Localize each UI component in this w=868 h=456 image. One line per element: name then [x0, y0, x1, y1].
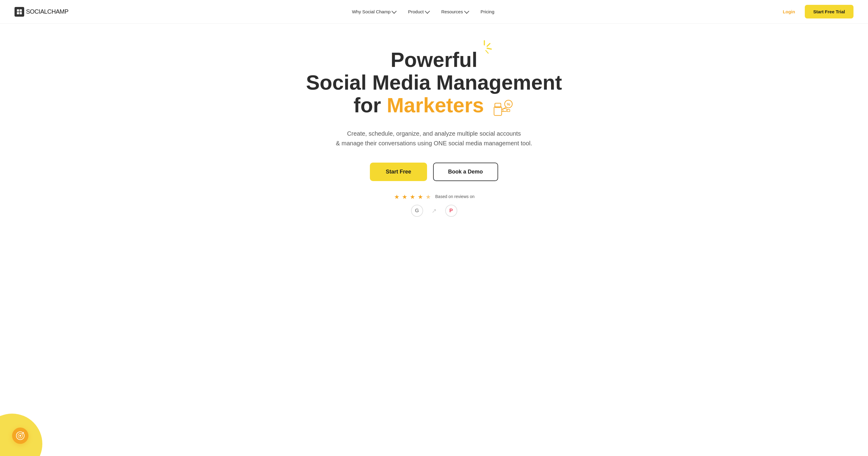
subtitle-line2: & manage their conversations using ONE s… — [336, 140, 532, 147]
google-review-icon: G — [411, 205, 423, 217]
title-marketers: Marketers — [387, 93, 484, 117]
chevron-down-icon-2 — [425, 9, 430, 14]
title-for: for — [353, 93, 387, 117]
review-text: Based on reviews on — [435, 194, 474, 199]
svg-text:%: % — [507, 102, 510, 107]
star-1: ★ — [394, 193, 400, 200]
nav-link-why[interactable]: Why Social Champ — [347, 7, 401, 17]
nav-label-resources: Resources — [441, 9, 463, 14]
logo-brand-bold: SOCIAL — [26, 8, 47, 15]
star-2: ★ — [401, 193, 408, 200]
subtitle-line1: Create, schedule, organize, and analyze … — [347, 130, 521, 137]
chevron-down-icon — [392, 9, 397, 14]
start-trial-button[interactable]: Start Free Trial — [805, 5, 854, 19]
book-demo-button[interactable]: Book a Demo — [433, 163, 498, 181]
svg-point-18 — [19, 435, 21, 437]
producthunt-review-icon: P — [445, 205, 457, 217]
title-social-media-management: Social Media Management — [306, 71, 562, 94]
title-powerful: Powerful — [391, 48, 477, 71]
svg-rect-2 — [17, 12, 19, 14]
star-rating: ★ ★ ★ ★ ★ — [394, 193, 432, 200]
login-button[interactable]: Login — [778, 7, 800, 17]
review-row: ★ ★ ★ ★ ★ Based on reviews on — [394, 193, 474, 200]
nav-item-pricing: Pricing — [476, 7, 499, 17]
platform-arrow-icon: ↗ — [432, 207, 437, 215]
navbar: SOCIALCHAMP Why Social Champ Product Res… — [0, 0, 868, 24]
powerful-word: Powerful — [391, 49, 477, 71]
chat-widget-button[interactable] — [12, 428, 28, 444]
hero-buttons: Start Free Book a Demo — [370, 163, 498, 181]
review-platforms: G ↗ P — [411, 205, 457, 217]
hero-subtitle: Create, schedule, organize, and analyze … — [336, 129, 532, 148]
svg-line-6 — [487, 48, 491, 49]
logo-link[interactable]: SOCIALCHAMP — [14, 7, 68, 17]
star-half: ★ — [425, 193, 432, 200]
svg-rect-14 — [503, 109, 507, 111]
star-4: ★ — [417, 193, 424, 200]
svg-rect-0 — [17, 9, 19, 11]
svg-rect-1 — [20, 9, 22, 11]
navbar-actions: Login Start Free Trial — [778, 5, 854, 19]
nav-item-resources: Resources — [436, 7, 473, 17]
nav-item-product: Product — [403, 7, 434, 17]
start-free-button[interactable]: Start Free — [370, 163, 427, 181]
svg-line-5 — [487, 44, 490, 46]
nav-item-why: Why Social Champ — [347, 7, 401, 17]
svg-rect-15 — [507, 109, 510, 111]
hero-title: Powerful Social Media Management for Mar… — [306, 49, 562, 119]
chevron-down-icon-3 — [464, 9, 469, 14]
svg-rect-3 — [20, 12, 22, 14]
star-3: ★ — [409, 193, 416, 200]
nav-label-product: Product — [408, 9, 424, 14]
nav-label-why: Why Social Champ — [352, 9, 391, 14]
svg-rect-8 — [494, 107, 501, 115]
marketer-illustration-icon: % — [493, 97, 515, 119]
nav-label-pricing: Pricing — [480, 9, 495, 14]
nav-link-product[interactable]: Product — [403, 7, 434, 17]
nav-link-resources[interactable]: Resources — [436, 7, 473, 17]
logo-icon — [14, 7, 24, 17]
logo-text: SOCIALCHAMP — [26, 8, 68, 15]
hero-section: Powerful Social Media Management for Mar… — [0, 24, 868, 235]
nav-menu: Why Social Champ Product Resources Prici… — [347, 7, 499, 17]
nav-link-pricing[interactable]: Pricing — [476, 7, 499, 17]
logo-brand-light: CHAMP — [47, 8, 68, 15]
svg-line-7 — [486, 51, 488, 53]
spark-decoration-icon — [476, 39, 493, 56]
